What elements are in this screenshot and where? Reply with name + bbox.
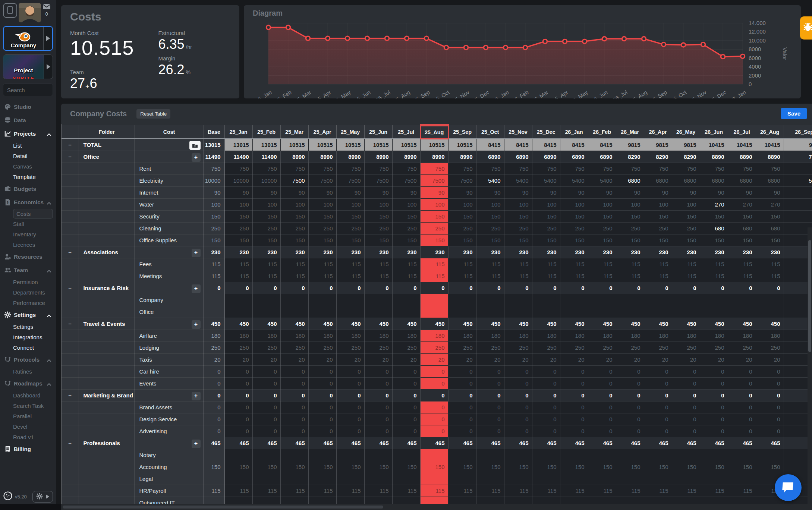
cell-company-26_May[interactable] [672,294,700,306]
cell-water-26_Jun[interactable]: 270 [700,198,728,210]
cell-lodging-26_Feb[interactable]: 250 [588,341,616,353]
cell-airflare-25_Aug[interactable]: 180 [420,330,448,341]
cell-lodging-26_Aug[interactable]: 250 [756,341,784,353]
cell-water-25_Nov[interactable]: 100 [504,198,532,210]
cell-internet-26_Feb[interactable]: 90 [588,186,616,198]
cell-brand-assets-26_Jan[interactable]: 0 [560,401,588,413]
cell-electricity-26_Sep[interactable]: 5500 [784,174,812,186]
base-cell[interactable] [204,306,224,318]
cell-car-hire-25_Aug[interactable]: 0 [420,365,448,377]
sidebar-item-data[interactable]: Data [0,113,56,127]
cell-office-supplies-25_Oct[interactable]: 150 [476,234,504,246]
cell-fees-26_Jan[interactable]: 115 [560,258,588,270]
cell-accounting-25_May[interactable]: 150 [336,461,364,473]
cell-internet-25_Jul[interactable]: 90 [392,186,420,198]
cell-security-25_Dec[interactable]: 150 [532,210,560,222]
cell-cleaning-26_Aug[interactable]: 680 [756,222,784,234]
cell-design-service-25_Feb[interactable]: 0 [252,413,280,425]
cell-electricity-26_Jan[interactable]: 5400 [560,174,588,186]
cell-water-26_May[interactable]: 100 [672,198,700,210]
cell-notary-26_Mar[interactable] [616,449,644,461]
cell-brand-assets-26_Feb[interactable]: 0 [588,401,616,413]
cell-office-25_Aug[interactable] [420,306,448,318]
cell-lodging-25_Nov[interactable]: 250 [504,341,532,353]
sidebar-subitem-template[interactable]: Template [13,171,56,182]
cell-outsourced-it-25_Apr[interactable] [308,497,336,504]
cell-car-hire-26_Aug[interactable]: 0 [756,365,784,377]
cell-office-25_Oct[interactable] [476,306,504,318]
cell-internet-26_Jun[interactable]: 90 [700,186,728,198]
cell-meetings-25_Nov[interactable]: 115 [504,270,532,282]
cell-internet-25_Nov[interactable]: 90 [504,186,532,198]
cell-water-25_Mar[interactable]: 100 [280,198,308,210]
sidebar-item-economics[interactable]: $Economics [0,195,56,209]
cell-hr-payroll-26_Mar[interactable]: 115 [616,485,644,497]
cell-water-25_Jul[interactable]: 100 [392,198,420,210]
cell-brand-assets-25_May[interactable]: 0 [336,401,364,413]
sidebar-subitem-permision[interactable]: Permision [13,277,56,287]
cell-notary-25_Mar[interactable] [280,449,308,461]
cell-design-service-26_Mar[interactable]: 0 [616,413,644,425]
cell-airflare-25_Mar[interactable]: 180 [280,330,308,341]
cell-events-25_May[interactable]: 0 [336,377,364,389]
column-header-26_May[interactable]: 26_May [672,125,700,139]
cell-taxis-26_Mar[interactable]: 20 [616,353,644,365]
sidebar-subitem-rutines[interactable]: Rutines [13,366,56,377]
cell-legal-26_Jan[interactable] [560,473,588,485]
cell-electricity-26_Aug[interactable]: 6800 [756,174,784,186]
add-cost-button[interactable]: + [192,249,201,257]
cell-advertising-26_Aug[interactable]: 0 [756,425,784,437]
cell-meetings-25_Jan[interactable]: 115 [224,270,252,282]
cell-security-25_Jan[interactable]: 150 [224,210,252,222]
cell-legal-25_Aug[interactable] [420,473,448,485]
cell-advertising-25_Mar[interactable]: 0 [280,425,308,437]
cell-rent-26_Jun[interactable]: 750 [700,163,728,174]
cell-meetings-25_Jul[interactable]: 115 [392,270,420,282]
cell-car-hire-26_Jun[interactable]: 0 [700,365,728,377]
cell-company-25_Jun[interactable] [364,294,392,306]
cell-accounting-26_Aug[interactable]: 150 [756,461,784,473]
cell-car-hire-26_May[interactable]: 0 [672,365,700,377]
sidebar-item-billing[interactable]: Billing [0,442,56,456]
cell-water-26_Apr[interactable]: 100 [644,198,672,210]
cell-design-service-25_Jan[interactable]: 0 [224,413,252,425]
cell-water-25_Dec[interactable]: 100 [532,198,560,210]
cell-internet-26_Mar[interactable]: 90 [616,186,644,198]
cell-security-25_Jul[interactable]: 150 [392,210,420,222]
base-cell[interactable]: 150 [204,234,224,246]
column-header-25_Mar[interactable]: 25_Mar [280,125,308,139]
sidebar-item-studio[interactable]: Studio [0,100,56,113]
cell-hr-payroll-25_May[interactable]: 115 [336,485,364,497]
cell-design-service-25_Jun[interactable]: 0 [364,413,392,425]
cell-taxis-25_Jan[interactable]: 20 [224,353,252,365]
cell-airflare-25_Oct[interactable]: 180 [476,330,504,341]
cell-rent-25_Aug[interactable]: 750 [420,163,448,174]
cell-rent-26_Jul[interactable]: 750 [728,163,756,174]
cell-security-26_Mar[interactable]: 150 [616,210,644,222]
cell-airflare-26_Jan[interactable]: 180 [560,330,588,341]
cell-notary-25_Oct[interactable] [476,449,504,461]
cell-outsourced-it-26_Mar[interactable] [616,497,644,504]
sidebar-subitem-integrations[interactable]: Integrations [13,332,56,342]
cell-meetings-25_Apr[interactable]: 115 [308,270,336,282]
cell-brand-assets-26_Jun[interactable]: 0 [700,401,728,413]
menu-toggle-button[interactable] [3,3,17,18]
cell-cleaning-26_May[interactable]: 250 [672,222,700,234]
cell-notary-25_Sep[interactable] [448,449,476,461]
cell-accounting-26_Feb[interactable]: 150 [588,461,616,473]
sidebar-item-roadmaps[interactable]: Roadmaps [0,377,56,390]
cell-notary-25_Jan[interactable] [224,449,252,461]
cell-security-25_Nov[interactable]: 150 [504,210,532,222]
collapse-toggle-cell[interactable]: − [62,246,79,258]
cell-events-25_Dec[interactable]: 0 [532,377,560,389]
cell-accounting-25_Jan[interactable]: 150 [224,461,252,473]
cell-office-26_Jan[interactable] [560,306,588,318]
cell-hr-payroll-26_Jun[interactable]: 115 [700,485,728,497]
cell-car-hire-25_Jun[interactable]: 0 [364,365,392,377]
cell-airflare-25_Feb[interactable]: 180 [252,330,280,341]
cell-internet-26_Aug[interactable]: 90 [756,186,784,198]
cell-airflare-26_Apr[interactable]: 180 [644,330,672,341]
cell-hr-payroll-25_Oct[interactable]: 115 [476,485,504,497]
cell-airflare-25_Sep[interactable]: 180 [448,330,476,341]
cell-office-25_Apr[interactable] [308,306,336,318]
